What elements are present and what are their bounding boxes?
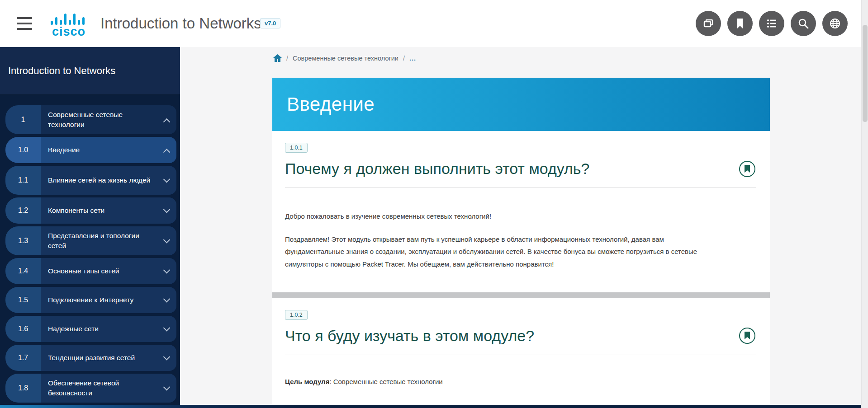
chevron-down-icon[interactable]	[163, 324, 171, 331]
item-label: Надежные сети	[48, 324, 99, 334]
header-toolbar	[696, 11, 848, 36]
course-sidebar: Introduction to Networks 1 Современные с…	[0, 47, 180, 408]
section-number-badge: 1.0.2	[285, 310, 308, 320]
item-label: Тенденции развития сетей	[48, 353, 135, 363]
item-label: Влияние сетей на жизнь людей	[48, 175, 150, 185]
module-nav: 1 Современные сетевые технологии 1.0 Вве…	[0, 95, 180, 403]
chevron-down-icon[interactable]	[163, 206, 171, 213]
toc-button[interactable]	[759, 11, 784, 36]
vertical-scrollbar[interactable]	[861, 0, 868, 408]
scrollbar-thumb[interactable]	[863, 25, 868, 122]
globe-icon	[828, 17, 842, 30]
item-number: 1.1	[5, 166, 41, 195]
sidebar-item-1-2[interactable]: 1.2 Компоненты сети	[5, 197, 176, 224]
windows-icon	[702, 17, 715, 30]
item-number: 1.4	[5, 258, 41, 284]
sidebar-item-1-5[interactable]: 1.5 Подключение к Интернету	[5, 287, 176, 313]
version-badge: v7.0	[260, 18, 280, 28]
breadcrumb: / Современные сетевые технологии / ...	[273, 54, 416, 62]
item-label: Современные сетевые технологии	[48, 110, 152, 130]
section-title: Что я буду изучать в этом модуле?	[285, 327, 534, 345]
item-number: 1.0	[5, 137, 41, 163]
breadcrumb-ellipsis[interactable]: ...	[409, 55, 416, 62]
title-divider	[285, 188, 756, 188]
section-title: Почему я должен выполнить этот модуль?	[285, 160, 589, 178]
bookmark-section-button[interactable]	[739, 161, 755, 177]
chevron-up-icon[interactable]	[163, 148, 171, 155]
section-number-badge: 1.0.1	[285, 143, 308, 153]
item-number: 1.2	[5, 197, 41, 224]
item-number: 1.7	[5, 345, 41, 371]
cisco-bridge-icon	[50, 13, 88, 25]
bottom-bar	[0, 405, 868, 408]
sidebar-item-1-1[interactable]: 1.1 Влияние сетей на жизнь людей	[5, 166, 176, 195]
bookmarks-button[interactable]	[727, 11, 753, 36]
sidebar-item-1-3[interactable]: 1.3 Представления и топологии сетей	[5, 226, 176, 255]
item-label: Основные типы сетей	[48, 266, 119, 276]
cisco-logo-text: cisco	[48, 26, 90, 38]
section-divider-bar	[272, 292, 770, 298]
course-title: Introduction to Networks	[100, 15, 261, 32]
chevron-down-icon[interactable]	[163, 266, 171, 273]
sidebar-course-title: Introduction to Networks	[8, 65, 115, 77]
item-label: Представления и топологии сетей	[48, 231, 152, 251]
chevron-down-icon[interactable]	[163, 236, 171, 243]
home-icon[interactable]	[273, 54, 282, 62]
item-number: 1.6	[5, 316, 41, 342]
bookmark-icon	[744, 165, 750, 173]
section-paragraph: Добро пожаловать в изучение современных …	[285, 211, 719, 222]
windows-button[interactable]	[696, 11, 721, 36]
item-number: 1.8	[5, 374, 41, 403]
item-number: 1.5	[5, 287, 41, 313]
breadcrumb-module[interactable]: Современные сетевые технологии	[293, 55, 398, 62]
module-goal-text: : Современные сетевые технологии	[329, 378, 442, 385]
section-1-0-2: 1.0.2 Что я буду изучать в этом модуле? …	[272, 298, 770, 385]
app-header: cisco Introduction to Networks v7.0	[0, 0, 868, 47]
content-area: / Современные сетевые технологии / ... В…	[180, 47, 868, 408]
search-button[interactable]	[791, 11, 816, 36]
chevron-down-icon[interactable]	[163, 383, 171, 390]
section-paragraph: Поздравляем! Этот модуль открывает вам п…	[285, 233, 706, 271]
chevron-up-icon[interactable]	[163, 118, 171, 125]
item-label: Подключение к Интернету	[48, 295, 133, 305]
bookmark-icon	[744, 332, 750, 340]
lesson-card: Введение 1.0.1 Почему я должен выполнить…	[272, 78, 770, 405]
bookmark-icon	[733, 17, 747, 30]
search-icon	[797, 17, 810, 30]
sidebar-item-1-4[interactable]: 1.4 Основные типы сетей	[5, 258, 176, 284]
list-icon	[765, 17, 778, 30]
breadcrumb-separator: /	[286, 55, 288, 62]
breadcrumb-separator: /	[403, 55, 405, 62]
bookmark-section-button[interactable]	[739, 328, 755, 344]
sidebar-item-module-1[interactable]: 1 Современные сетевые технологии	[5, 105, 176, 134]
language-button[interactable]	[822, 11, 848, 36]
item-label: Обеспечение сетевой безопасности	[48, 378, 152, 399]
chevron-down-icon[interactable]	[163, 175, 171, 183]
lesson-banner-title: Введение	[287, 94, 375, 115]
sidebar-item-1-6[interactable]: 1.6 Надежные сети	[5, 316, 176, 342]
item-label: Введение	[48, 145, 80, 155]
sidebar-header: Introduction to Networks	[0, 47, 180, 95]
module-goal-label: Цель модуля	[285, 378, 329, 385]
item-label: Компоненты сети	[48, 206, 104, 216]
sidebar-item-1-7[interactable]: 1.7 Тенденции развития сетей	[5, 345, 176, 371]
section-1-0-1: 1.0.1 Почему я должен выполнить этот мод…	[272, 131, 770, 271]
item-number: 1	[5, 105, 41, 134]
menu-icon[interactable]	[17, 17, 33, 30]
item-number: 1.3	[5, 226, 41, 255]
cisco-logo[interactable]: cisco	[48, 13, 90, 38]
sidebar-item-1-0[interactable]: 1.0 Введение	[5, 137, 176, 163]
sidebar-item-1-8[interactable]: 1.8 Обеспечение сетевой безопасности	[5, 374, 176, 403]
lesson-banner: Введение	[272, 78, 770, 131]
title-divider	[285, 355, 756, 355]
module-goal: Цель модуля: Современные сетевые техноло…	[285, 378, 756, 385]
chevron-down-icon[interactable]	[163, 353, 171, 360]
chevron-down-icon[interactable]	[163, 295, 171, 302]
